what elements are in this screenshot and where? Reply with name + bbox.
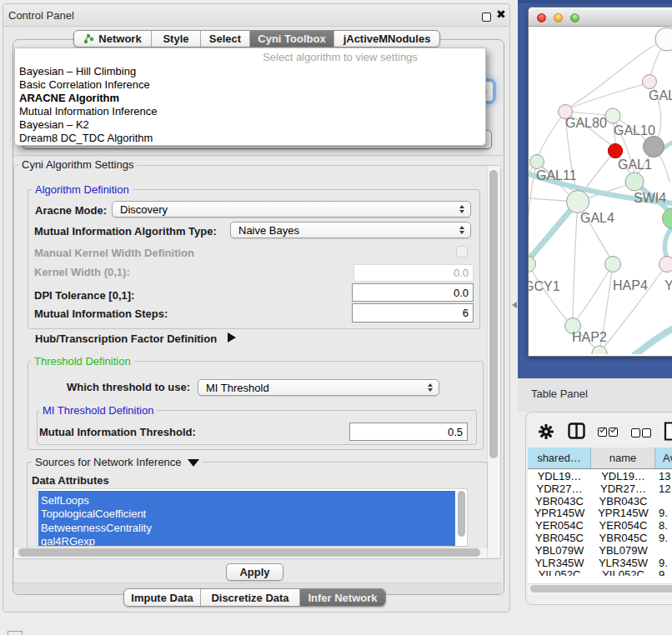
network-node[interactable] (663, 208, 672, 229)
algorithm-option[interactable]: ARACNE Algorithm (19, 92, 119, 104)
deselect-all-icon[interactable] (631, 428, 640, 438)
table-cell[interactable]: YBL079W (591, 544, 655, 557)
network-node[interactable] (530, 155, 544, 169)
network-node[interactable] (567, 191, 589, 213)
table-cell[interactable]: 9. (659, 568, 668, 576)
select-all-icon[interactable] (598, 428, 607, 437)
algorithm-option[interactable]: Dream8 DC_TDC Algorithm (19, 132, 153, 144)
expand-arrow-icon[interactable] (228, 332, 236, 342)
control-panel-tabs: NetworkStyleSelectCyni ToolboxjActiveMNo… (73, 30, 440, 48)
mi-threshold-definition-title: MI Threshold Definition (39, 404, 157, 417)
combobox-arrows-icon (428, 380, 433, 395)
mi-threshold-field[interactable]: 0.5 (349, 422, 468, 441)
settings-horizontal-scrollbar-thumb[interactable] (18, 548, 480, 557)
node-table[interactable]: shared…nameAverageShortestPathLengthYDL1… (528, 448, 672, 576)
column-header[interactable]: AverageShortestPathLength (655, 448, 672, 468)
apply-button[interactable]: Apply (226, 563, 283, 581)
table-cell[interactable]: 9. (659, 532, 668, 544)
table-horizontal-scrollbar-thumb[interactable] (530, 585, 672, 592)
tab-discretize-data[interactable]: Discretize Data (201, 589, 300, 606)
table-cell[interactable]: YBR045C (528, 532, 591, 544)
network-node[interactable] (529, 257, 536, 272)
manual-kernel-width-label: Manual Kernel Width Definition (34, 247, 194, 259)
table-cell[interactable]: YPR145W (591, 507, 655, 519)
network-node[interactable] (643, 75, 657, 89)
network-canvas[interactable]: GAL2GAL80GAL10GAL1GAL11SWI4GAL4GCY1HAP4Y… (529, 27, 672, 354)
data-attributes-list[interactable]: SelfLoopsTopologicalCoefficientBetweenne… (37, 488, 468, 547)
attributes-scrollbar-thumb[interactable] (458, 491, 465, 537)
algorithm-option[interactable]: Bayesian – K2 (19, 118, 89, 131)
network-node-label: GAL1 (618, 158, 652, 172)
deselect-all-icon2[interactable] (642, 428, 651, 438)
column-header[interactable]: name (591, 448, 655, 468)
tab-infer-network[interactable]: Infer Network (300, 589, 385, 606)
gear-icon[interactable] (539, 424, 554, 439)
table-cell[interactable]: YBR043C (528, 495, 591, 508)
table-cell[interactable]: 9. (659, 557, 668, 569)
network-node-label: GAL2 (649, 88, 672, 102)
tab-style[interactable]: Style (152, 31, 201, 47)
network-node[interactable] (625, 172, 644, 191)
table-cell[interactable]: YBR043C (591, 495, 655, 508)
table-cell[interactable]: YBR045C (591, 532, 655, 544)
algorithm-option[interactable]: Mutual Information Inference (19, 105, 157, 118)
table-cell[interactable]: YER054C (591, 519, 655, 532)
table-cell[interactable]: 9. (659, 507, 668, 519)
network-node[interactable] (659, 257, 672, 272)
attribute-item[interactable]: SelfLoops (41, 494, 89, 507)
attribute-item[interactable]: gal4RGexp (41, 535, 95, 547)
zoom-traffic-light-icon[interactable] (570, 13, 579, 22)
table-cell[interactable]: YLR345W (528, 557, 591, 569)
which-threshold-combobox[interactable]: MI Threshold (198, 379, 439, 396)
mi-algorithm-type-combobox[interactable]: Naive Bayes (230, 222, 471, 238)
clipped-checkbox (8, 631, 23, 635)
attribute-item[interactable]: BetweennessCentrality (41, 522, 152, 534)
tab-cyni-toolbox[interactable]: Cyni Toolbox (250, 31, 334, 47)
close-icon[interactable]: ✖ (496, 8, 506, 21)
mi-steps-field[interactable]: 6 (352, 303, 474, 322)
tab-select[interactable]: Select (201, 31, 250, 47)
column-header[interactable]: shared… (528, 448, 591, 468)
network-node[interactable] (655, 28, 672, 51)
tab-network[interactable]: Network (74, 31, 152, 47)
network-window-titlebar[interactable] (529, 8, 672, 27)
table-cell[interactable]: 12 (659, 482, 670, 495)
network-node[interactable] (605, 257, 621, 272)
algorithm-option[interactable]: Bayesian – Hill Climbing (19, 65, 136, 78)
collapse-arrow-icon[interactable] (188, 459, 199, 467)
dpi-tolerance-field[interactable]: 0.0 (352, 283, 474, 302)
columns-icon[interactable] (568, 422, 585, 439)
table-cell[interactable]: 13 (659, 470, 670, 482)
table-cell[interactable]: YDR27… (528, 482, 591, 495)
kernel-width-field[interactable]: 0.0 (354, 264, 474, 282)
tab-impute-data[interactable]: Impute Data (124, 589, 201, 606)
table-cell[interactable]: YIL052C (591, 568, 655, 576)
network-node[interactable] (605, 108, 620, 123)
select-all-icon2[interactable] (609, 428, 618, 437)
table-cell[interactable]: 8. (659, 519, 668, 532)
desktop-shade (518, 0, 672, 3)
table-cell[interactable]: YDL19… (591, 470, 655, 482)
float-window-icon[interactable] (482, 12, 491, 22)
network-node[interactable] (608, 143, 622, 158)
control-panel-titlebar[interactable] (3, 4, 509, 27)
aracne-mode-combobox[interactable]: Discovery (112, 201, 471, 218)
document-icon[interactable] (664, 422, 672, 441)
table-cell[interactable]: YDL19… (528, 470, 591, 482)
splitter-collapse-icon[interactable] (512, 302, 517, 308)
table-cell[interactable]: YLR345W (591, 557, 655, 569)
table-cell[interactable]: YBL079W (528, 544, 591, 557)
algorithm-option[interactable]: Basic Correlation Inference (19, 78, 150, 91)
close-traffic-light-icon[interactable] (537, 13, 546, 22)
table-cell[interactable]: YIL052C (528, 568, 591, 576)
table-cell[interactable]: YER054C (528, 519, 591, 532)
table-cell[interactable]: YDR27… (591, 482, 655, 495)
minimize-traffic-light-icon[interactable] (554, 13, 563, 22)
table-cell[interactable]: YPR145W (528, 507, 591, 519)
tab-label: Style (163, 32, 188, 45)
network-node[interactable] (644, 137, 664, 158)
attribute-item[interactable]: TopologicalCoefficient (41, 508, 146, 520)
tab-jactivemnodules[interactable]: jActiveMNodules (334, 31, 439, 47)
manual-kernel-width-checkbox[interactable] (456, 246, 468, 258)
settings-vertical-scrollbar-thumb[interactable] (489, 170, 498, 458)
